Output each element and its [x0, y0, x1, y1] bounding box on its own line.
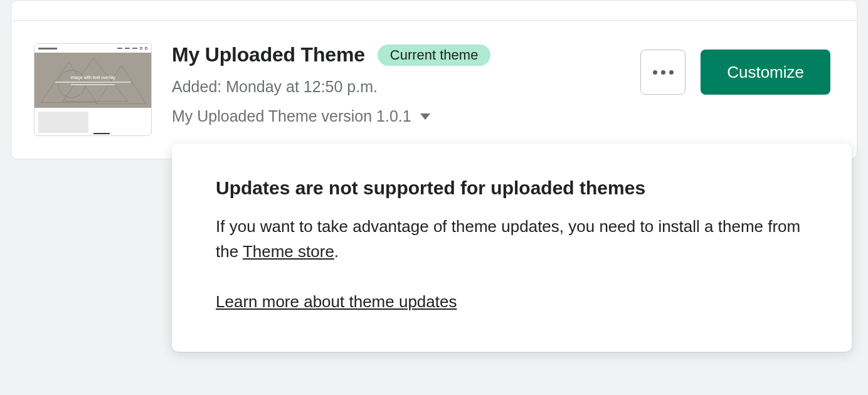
version-popover: Updates are not supported for uploaded t…	[172, 144, 852, 352]
caret-down-icon	[420, 113, 430, 120]
learn-more-link[interactable]: Learn more about theme updates	[216, 292, 457, 312]
theme-version-toggle[interactable]: My Uploaded Theme version 1.0.1	[172, 107, 620, 125]
popover-title: Updates are not supported for uploaded t…	[216, 177, 808, 199]
thumb-below	[34, 108, 151, 135]
theme-card: Image with text overlay My Uploaded Them…	[11, 0, 857, 159]
thumb-brand	[38, 48, 57, 50]
popover-body: If you want to take advantage of theme u…	[216, 214, 808, 265]
theme-version-label: My Uploaded Theme version 1.0.1	[172, 107, 411, 125]
thumb-sub-text	[93, 112, 147, 135]
theme-info: My Uploaded Theme Current theme Added: M…	[172, 43, 620, 125]
thumb-nav	[117, 47, 147, 50]
theme-added-date: Added: Monday at 12:50 p.m.	[172, 78, 620, 96]
theme-title: My Uploaded Theme	[172, 43, 365, 66]
thumb-header	[34, 44, 151, 53]
thumb-hero: Image with text overlay	[34, 53, 151, 108]
thumb-sub-image	[38, 112, 88, 133]
dots-horizontal-icon	[653, 70, 674, 75]
current-theme-badge: Current theme	[378, 45, 491, 66]
thumb-hero-caption: Image with text overlay	[70, 75, 115, 80]
thumb-geometry-icon	[34, 53, 151, 108]
svg-marker-1	[63, 58, 128, 101]
popover-body-post: .	[334, 242, 339, 261]
theme-actions: Customize	[640, 50, 830, 95]
customize-button[interactable]: Customize	[701, 50, 830, 95]
theme-store-link[interactable]: Theme store	[243, 242, 334, 261]
more-actions-button[interactable]	[640, 50, 685, 95]
theme-thumbnail: Image with text overlay	[34, 43, 152, 136]
card-topbar	[11, 1, 857, 21]
theme-row: Image with text overlay My Uploaded Them…	[11, 21, 857, 159]
